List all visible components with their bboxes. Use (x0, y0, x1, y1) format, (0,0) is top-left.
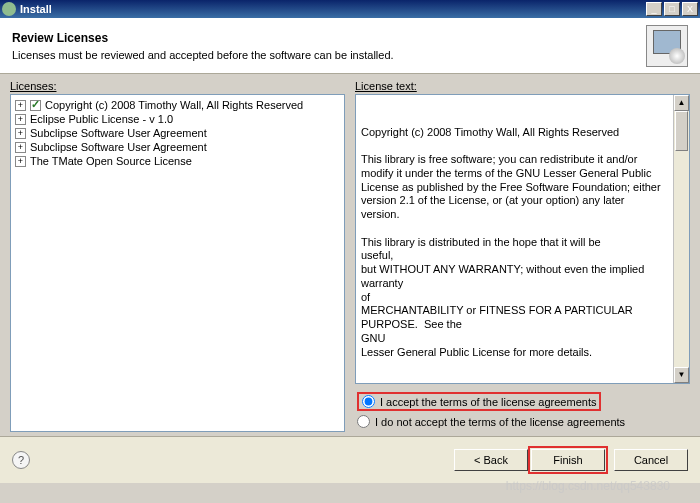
expand-icon[interactable]: + (15, 142, 26, 153)
accept-label: I accept the terms of the license agreem… (380, 396, 596, 408)
close-button[interactable]: X (682, 2, 698, 16)
tree-item[interactable]: + Eclipse Public License - v 1.0 (13, 112, 342, 126)
tree-item-label: Copyright (c) 2008 Timothy Wall, All Rig… (45, 99, 303, 111)
install-icon (646, 25, 688, 67)
app-icon (2, 2, 16, 16)
wizard-header: Review Licenses Licenses must be reviewe… (0, 18, 700, 74)
back-button[interactable]: < Back (454, 449, 528, 471)
tree-item-label: The TMate Open Source License (30, 155, 192, 167)
license-text-pane: License text: Copyright (c) 2008 Timothy… (355, 80, 690, 432)
licenses-label: Licenses: (10, 80, 345, 92)
minimize-button[interactable]: _ (646, 2, 662, 16)
expand-icon[interactable]: + (15, 128, 26, 139)
tree-item-label: Eclipse Public License - v 1.0 (30, 113, 173, 125)
wizard-footer: ? < Back Finish Cancel (0, 436, 700, 483)
agreement-radios: I accept the terms of the license agreem… (355, 384, 690, 432)
decline-radio[interactable] (357, 415, 370, 428)
titlebar: Install _ □ X (0, 0, 700, 18)
tree-item[interactable]: + Copyright (c) 2008 Timothy Wall, All R… (13, 98, 342, 112)
expand-icon[interactable]: + (15, 114, 26, 125)
decline-label: I do not accept the terms of the license… (375, 416, 625, 428)
accept-highlight: I accept the terms of the license agreem… (357, 392, 601, 411)
maximize-button[interactable]: □ (664, 2, 680, 16)
scroll-thumb[interactable] (675, 111, 688, 151)
tree-item-label: Subclipse Software User Agreement (30, 141, 207, 153)
license-text-label: License text: (355, 80, 690, 92)
accept-radio[interactable] (362, 395, 375, 408)
tree-item[interactable]: + The TMate Open Source License (13, 154, 342, 168)
scroll-down-icon[interactable]: ▼ (674, 367, 689, 383)
checkbox-icon[interactable] (30, 100, 41, 111)
help-button[interactable]: ? (12, 451, 30, 469)
licenses-tree[interactable]: + Copyright (c) 2008 Timothy Wall, All R… (10, 94, 345, 432)
licenses-pane: Licenses: + Copyright (c) 2008 Timothy W… (10, 80, 345, 432)
page-subtitle: Licenses must be reviewed and accepted b… (12, 49, 646, 61)
tree-item-label: Subclipse Software User Agreement (30, 127, 207, 139)
cancel-button[interactable]: Cancel (614, 449, 688, 471)
tree-item[interactable]: + Subclipse Software User Agreement (13, 126, 342, 140)
window-title: Install (20, 3, 646, 15)
scroll-up-icon[interactable]: ▲ (674, 95, 689, 111)
license-text-area[interactable]: Copyright (c) 2008 Timothy Wall, All Rig… (355, 94, 690, 384)
expand-icon[interactable]: + (15, 156, 26, 167)
license-text-content: Copyright (c) 2008 Timothy Wall, All Rig… (361, 126, 684, 360)
finish-highlight: Finish (528, 446, 608, 474)
page-title: Review Licenses (12, 31, 646, 45)
tree-item[interactable]: + Subclipse Software User Agreement (13, 140, 342, 154)
scrollbar[interactable]: ▲ ▼ (673, 95, 689, 383)
finish-button[interactable]: Finish (531, 449, 605, 471)
expand-icon[interactable]: + (15, 100, 26, 111)
